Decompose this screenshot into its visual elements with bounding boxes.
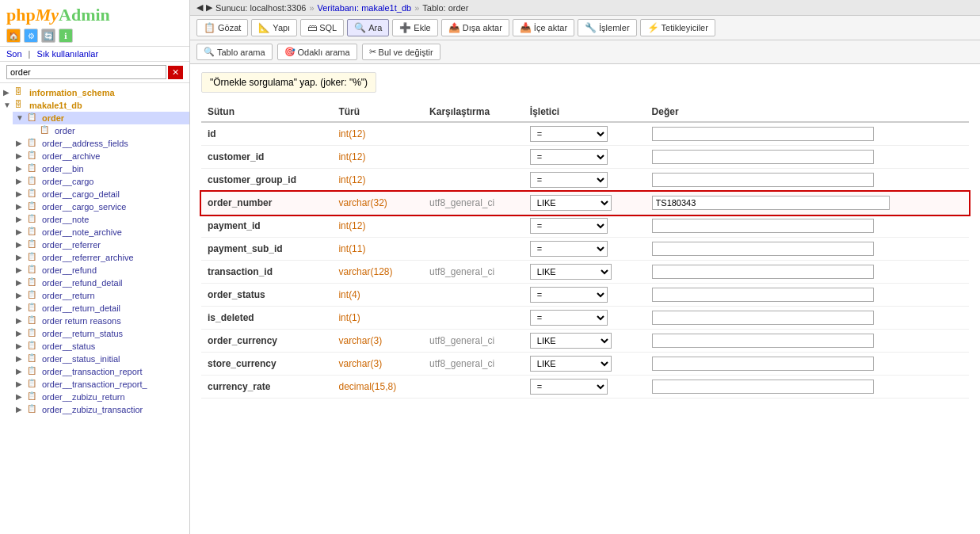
cell-operator[interactable]: LIKELIKE %...%NOT LIKE=!=REGEXPNOT REGEX…	[524, 192, 646, 215]
cell-operator[interactable]: =!=<><=>=LIKELIKE %...%NOT LIKEIN (...)N…	[524, 284, 646, 307]
sidebar-search-input[interactable]	[6, 65, 166, 79]
db-item-makale1t-db[interactable]: ▼ 🗄 makale1t_db	[0, 99, 189, 112]
operator-select[interactable]: LIKELIKE %...%NOT LIKE=!=REGEXPNOT REGEX…	[530, 195, 612, 211]
toolbar2-btn-odakli-arama[interactable]: 🎯 Odaklı arama	[277, 44, 357, 60]
frequent-link[interactable]: Sık kullanılanlar	[36, 49, 98, 59]
table-item-order-cargo[interactable]: ▶ 📋 order__cargo	[13, 175, 189, 188]
cell-value[interactable]	[646, 169, 969, 192]
value-input[interactable]	[652, 334, 874, 348]
recent-link[interactable]: Son	[6, 49, 22, 59]
cell-value[interactable]	[646, 284, 969, 307]
cell-operator[interactable]: =!=<><=>=LIKELIKE %...%NOT LIKEIN (...)N…	[524, 122, 646, 146]
table-item-order-return-detail[interactable]: ▶ 📋 order__return_detail	[13, 302, 189, 315]
toolbar-btn-islemler[interactable]: 🔧 İşlemler	[578, 19, 637, 36]
toolbar-btn-disa-aktar[interactable]: 📤 Dışa aktar	[441, 19, 509, 36]
info-icon[interactable]: ℹ	[59, 29, 73, 43]
settings-icon[interactable]: ⚙	[24, 29, 38, 43]
operator-select[interactable]: =!=<><=>=LIKELIKE %...%NOT LIKEIN (...)N…	[530, 310, 608, 326]
value-input[interactable]	[652, 380, 874, 394]
table-item-order-cargo-service[interactable]: ▶ 📋 order__cargo_service	[13, 200, 189, 213]
cell-operator[interactable]: LIKELIKE %...%NOT LIKE=!=REGEXPNOT REGEX…	[524, 353, 646, 376]
table-item-order-transaction-report2[interactable]: ▶ 📋 order__transaction_report_	[13, 378, 189, 391]
operator-select[interactable]: =!=<><=>=LIKELIKE %...%NOT LIKEIN (...)N…	[530, 379, 608, 395]
value-input[interactable]	[652, 219, 874, 233]
cell-operator[interactable]: LIKELIKE %...%NOT LIKE=!=REGEXPNOT REGEX…	[524, 330, 646, 353]
operator-select[interactable]: =!=<><=>=LIKELIKE %...%NOT LIKEIN (...)N…	[530, 126, 608, 142]
table-item-order-return-status[interactable]: ▶ 📋 order__return_status	[13, 327, 189, 340]
table-item-order-referrer[interactable]: ▶ 📋 order__referrer	[13, 238, 189, 251]
cell-value[interactable]	[646, 307, 969, 330]
table-item-order-cargo-detail[interactable]: ▶ 📋 order__cargo_detail	[13, 188, 189, 200]
value-input[interactable]	[652, 357, 874, 371]
operator-select[interactable]: =!=<><=>=LIKELIKE %...%NOT LIKEIN (...)N…	[530, 287, 608, 303]
value-input[interactable]	[652, 173, 874, 187]
table-item-order-bin[interactable]: ▶ 📋 order__bin	[13, 162, 189, 175]
table-item-order[interactable]: ▼ 📋 order	[13, 112, 189, 124]
table-item-order-return[interactable]: ▶ 📋 order__return	[13, 289, 189, 302]
table-item-order-transaction-report[interactable]: ▶ 📋 order__transaction_report	[13, 365, 189, 378]
value-input[interactable]	[652, 265, 874, 279]
home-icon[interactable]: 🏠	[6, 29, 21, 43]
cell-operator[interactable]: =!=<><=>=LIKELIKE %...%NOT LIKEIN (...)N…	[524, 238, 646, 261]
cell-operator[interactable]: =!=<><=>=LIKELIKE %...%NOT LIKEIN (...)N…	[524, 307, 646, 330]
value-input[interactable]	[652, 288, 874, 302]
table-item-order-address-fields[interactable]: ▶ 📋 order__address_fields	[13, 137, 189, 150]
value-input[interactable]	[652, 311, 874, 325]
operator-select[interactable]: =!=<><=>=LIKELIKE %...%NOT LIKEIN (...)N…	[530, 241, 608, 257]
cell-value[interactable]	[646, 238, 969, 261]
table-item-order-refund[interactable]: ▶ 📋 order__refund	[13, 264, 189, 277]
toolbar-btn-ekle[interactable]: ➕ Ekle	[392, 19, 437, 36]
toolbar-btn-yapi[interactable]: 📐 Yapı	[251, 19, 297, 36]
toolbar-btn-tetikleyiciler[interactable]: ⚡ Tetikleyiciler	[640, 19, 715, 36]
toggle-icon: ▶	[16, 227, 25, 237]
cell-operator[interactable]: =!=<><=>=LIKELIKE %...%NOT LIKEIN (...)N…	[524, 215, 646, 238]
value-input[interactable]	[652, 196, 890, 210]
table-item-order-archive[interactable]: ▶ 📋 order__archive	[13, 150, 189, 162]
value-input[interactable]	[652, 127, 874, 141]
operator-select[interactable]: =!=<><=>=LIKELIKE %...%NOT LIKEIN (...)N…	[530, 172, 608, 188]
cell-operator[interactable]: LIKELIKE %...%NOT LIKE=!=REGEXPNOT REGEX…	[524, 261, 646, 284]
table-item-order-refund-detail[interactable]: ▶ 📋 order__refund_detail	[13, 277, 189, 289]
toolbar-btn-sql[interactable]: 🗃 SQL	[300, 19, 344, 36]
cell-value[interactable]	[646, 261, 969, 284]
cell-operator[interactable]: =!=<><=>=LIKELIKE %...%NOT LIKEIN (...)N…	[524, 169, 646, 192]
table-item-order-return-reasons[interactable]: ▶ 📋 order return reasons	[13, 315, 189, 327]
toolbar-btn-ice-aktar[interactable]: 📥 İçe aktar	[513, 19, 574, 36]
operator-select[interactable]: LIKELIKE %...%NOT LIKE=!=REGEXPNOT REGEX…	[530, 264, 612, 280]
sidebar-search-clear[interactable]: ✕	[168, 66, 183, 79]
sync-icon[interactable]: 🔄	[41, 29, 55, 43]
value-input[interactable]	[652, 242, 874, 256]
cell-value[interactable]	[646, 215, 969, 238]
cell-type: int(12)	[332, 122, 423, 146]
cell-value[interactable]	[646, 192, 969, 215]
operator-select[interactable]: LIKELIKE %...%NOT LIKE=!=REGEXPNOT REGEX…	[530, 333, 612, 349]
table-item-order-zubizu-transactior[interactable]: ▶ 📋 order__zubizu_transactior	[13, 403, 189, 416]
operator-select[interactable]: =!=<><=>=LIKELIKE %...%NOT LIKEIN (...)N…	[530, 218, 608, 234]
cell-value[interactable]	[646, 146, 969, 169]
toolbar-btn-ara[interactable]: 🔍 Ara	[347, 19, 389, 36]
cell-value[interactable]	[646, 353, 969, 376]
cell-value[interactable]	[646, 330, 969, 353]
breadcrumb-database[interactable]: Veritabanı: makale1t_db	[318, 3, 412, 13]
cell-operator[interactable]: =!=<><=>=LIKELIKE %...%NOT LIKEIN (...)N…	[524, 146, 646, 169]
toolbar2-btn-bul-degistir[interactable]: ✂ Bul ve değiştir	[362, 44, 440, 60]
table-item-order-referrer-archive[interactable]: ▶ 📋 order__referrer_archive	[13, 251, 189, 264]
table-item-order-status-initial[interactable]: ▶ 📋 order__status_initial	[13, 353, 189, 365]
cell-operator[interactable]: =!=<><=>=LIKELIKE %...%NOT LIKEIN (...)N…	[524, 376, 646, 399]
table-item-order-status[interactable]: ▶ 📋 order__status	[13, 340, 189, 353]
table-row: transaction_idvarchar(128)utf8_general_c…	[201, 261, 969, 284]
subtable-item-order[interactable]: 📋 order	[25, 124, 189, 137]
operator-select[interactable]: =!=<><=>=LIKELIKE %...%NOT LIKEIN (...)N…	[530, 149, 608, 165]
db-item-information-schema[interactable]: ▶ 🗄 information_schema	[0, 86, 189, 99]
operator-select[interactable]: LIKELIKE %...%NOT LIKE=!=REGEXPNOT REGEX…	[530, 356, 612, 372]
cell-value[interactable]	[646, 376, 969, 399]
table-icon: 📋	[27, 341, 40, 352]
search-table-body: idint(12)=!=<><=>=LIKELIKE %...%NOT LIKE…	[201, 122, 969, 399]
toolbar2-btn-tablo-arama[interactable]: 🔍 Tablo arama	[196, 44, 273, 60]
toolbar-btn-gozat[interactable]: 📋 Gözat	[196, 19, 248, 36]
table-item-order-note-archive[interactable]: ▶ 📋 order__note_archive	[13, 226, 189, 238]
value-input[interactable]	[652, 150, 874, 164]
cell-value[interactable]	[646, 122, 969, 146]
table-item-order-note[interactable]: ▶ 📋 order__note	[13, 213, 189, 226]
table-item-order-zubizu-return[interactable]: ▶ 📋 order__zubizu_return	[13, 391, 189, 403]
